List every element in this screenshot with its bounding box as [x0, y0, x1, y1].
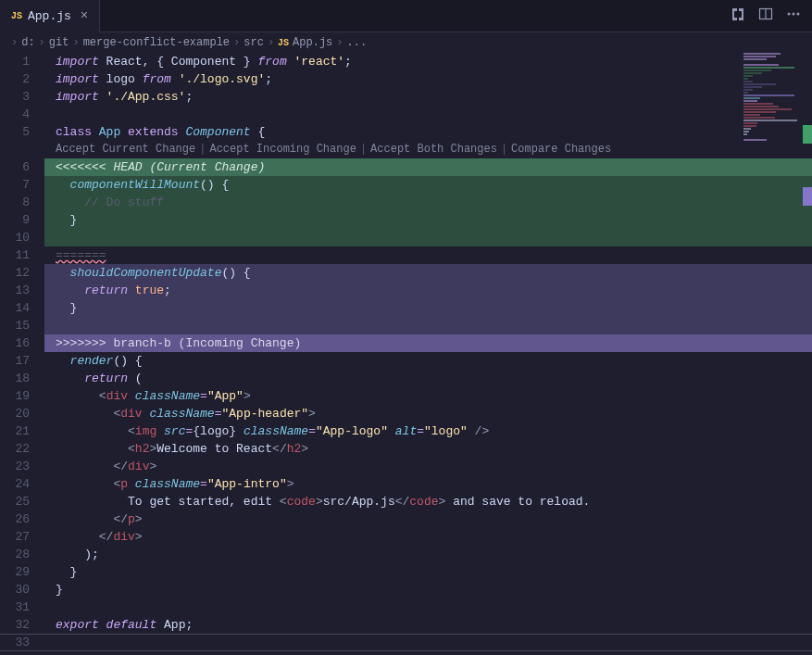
- breadcrumb-ellipsis[interactable]: ...: [347, 36, 368, 49]
- chevron-right-icon: ›: [233, 36, 240, 49]
- chevron-right-icon: ›: [336, 36, 343, 49]
- split-editor-icon[interactable]: [758, 6, 773, 25]
- breadcrumb-item[interactable]: git: [49, 36, 69, 49]
- svg-point-4: [797, 13, 800, 16]
- merge-conflict-codelens: Accept Current Change| Accept Incoming C…: [44, 141, 812, 158]
- line-number-gutter: 1 2 3 4 5 6 7 8 9 10 11 12 13 14 15 16 1…: [0, 53, 44, 655]
- editor-body: 1 2 3 4 5 6 7 8 9 10 11 12 13 14 15 16 1…: [0, 53, 812, 655]
- tab-actions: [731, 6, 812, 25]
- tab-title: App.js: [28, 9, 71, 23]
- tabs-bar: JS App.js ×: [0, 0, 812, 32]
- conflict-head-marker: <<<<<<< HEAD (Current Change): [44, 158, 812, 176]
- conflict-incoming-marker: >>>>>>> branch-b (Incoming Change): [44, 334, 812, 352]
- minimap[interactable]: [743, 53, 799, 655]
- tab-app-js[interactable]: JS App.js ×: [0, 0, 100, 32]
- accept-incoming-change-link[interactable]: Accept Incoming Change: [209, 141, 356, 158]
- more-actions-icon[interactable]: [786, 6, 801, 25]
- compare-changes-link[interactable]: Compare Changes: [511, 141, 611, 158]
- chevron-right-icon: ›: [11, 36, 18, 49]
- svg-point-3: [793, 13, 795, 16]
- accept-current-change-link[interactable]: Accept Current Change: [56, 141, 195, 158]
- close-icon[interactable]: ×: [81, 8, 88, 23]
- compare-changes-icon[interactable]: [731, 6, 745, 25]
- js-file-icon: JS: [278, 38, 289, 48]
- ruler-mark-current: [803, 125, 812, 144]
- chevron-right-icon: ›: [39, 36, 45, 49]
- overview-ruler[interactable]: [799, 53, 812, 655]
- svg-point-2: [788, 13, 791, 16]
- js-file-icon: JS: [11, 11, 22, 21]
- breadcrumb-file[interactable]: App.js: [293, 36, 332, 49]
- breadcrumb-item[interactable]: src: [244, 36, 264, 49]
- breadcrumb-item[interactable]: d:: [21, 36, 34, 49]
- chevron-right-icon: ›: [72, 36, 79, 49]
- code-editor[interactable]: import React, { Component } from 'react'…: [44, 53, 812, 655]
- breadcrumbs[interactable]: › d: › git › merge-conflict-example › sr…: [0, 32, 812, 53]
- chevron-right-icon: ›: [268, 36, 274, 49]
- breadcrumb-item[interactable]: merge-conflict-example: [83, 36, 230, 49]
- accept-both-changes-link[interactable]: Accept Both Changes: [370, 141, 497, 158]
- ruler-mark-incoming: [803, 187, 812, 206]
